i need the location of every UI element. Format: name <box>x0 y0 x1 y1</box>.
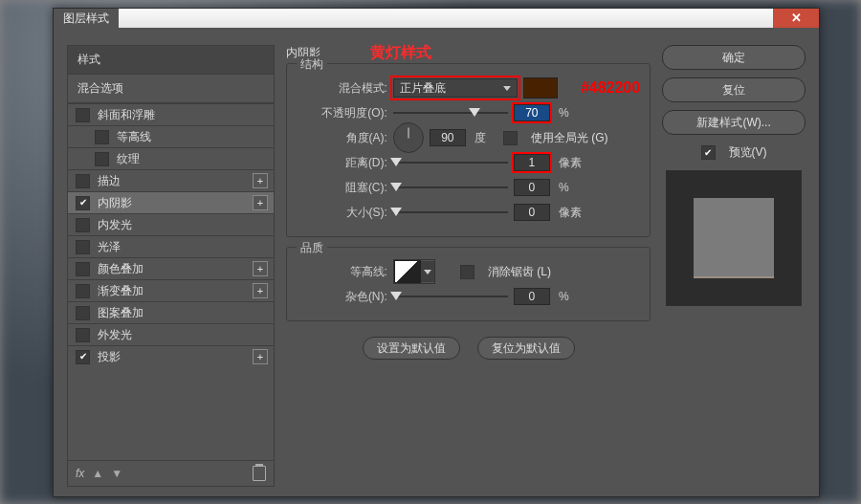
checkbox[interactable] <box>76 350 90 364</box>
new-style-button[interactable]: 新建样式(W)... <box>662 110 806 135</box>
sidebar-item-pattern-overlay[interactable]: 图案叠加 <box>68 301 274 323</box>
contour-picker[interactable] <box>393 259 435 284</box>
antialias-label: 消除锯齿 (L) <box>488 264 551 280</box>
size-input[interactable] <box>514 204 550 221</box>
add-effect-icon[interactable]: + <box>253 283 268 298</box>
reset-button[interactable]: 复位 <box>662 77 806 102</box>
checkbox[interactable] <box>76 328 90 342</box>
angle-input[interactable] <box>430 129 466 146</box>
blend-mode-dropdown[interactable]: 正片叠底 <box>393 78 518 98</box>
contour-swatch-icon <box>394 260 421 283</box>
move-down-icon[interactable]: ▼ <box>111 467 122 480</box>
checkbox[interactable] <box>76 284 90 298</box>
styles-header[interactable]: 样式 <box>68 46 274 75</box>
ok-button[interactable]: 确定 <box>662 45 806 70</box>
angle-dial[interactable] <box>393 122 424 153</box>
size-slider[interactable] <box>393 207 508 218</box>
chevron-down-icon <box>503 86 511 91</box>
opacity-input[interactable] <box>514 104 550 121</box>
color-swatch[interactable] <box>523 77 558 99</box>
angle-unit: 度 <box>475 130 486 146</box>
effects-list: 斜面和浮雕 等高线 纹理 描边 + <box>68 103 274 460</box>
sidebar-item-texture[interactable]: 纹理 <box>68 147 274 169</box>
checkbox[interactable] <box>76 218 90 232</box>
sidebar-item-inner-shadow[interactable]: 内阴影 + <box>68 191 274 213</box>
panel-heading: 内阴影 <box>286 45 651 61</box>
structure-group: 结构 混合模式: 正片叠底 #482200 不透明度(O): <box>286 63 651 237</box>
choke-unit: % <box>559 181 569 194</box>
opacity-unit: % <box>559 106 569 120</box>
sidebar-item-label: 渐变叠加 <box>98 283 253 299</box>
checkbox[interactable] <box>95 130 109 144</box>
sidebar-item-outer-glow[interactable]: 外发光 <box>68 323 274 345</box>
antialias-checkbox[interactable] <box>460 265 475 279</box>
choke-label: 阻塞(C): <box>297 180 387 196</box>
dialog-actions: 确定 复位 新建样式(W)... 预览(V) <box>662 45 806 487</box>
sidebar-item-label: 内阴影 <box>98 195 253 211</box>
add-effect-icon[interactable]: + <box>253 173 268 188</box>
noise-slider[interactable] <box>393 291 508 302</box>
distance-label: 距离(D): <box>297 155 387 171</box>
checkbox[interactable] <box>76 108 90 122</box>
sidebar-item-inner-glow[interactable]: 内发光 <box>68 213 274 235</box>
sidebar-item-label: 外发光 <box>98 327 268 343</box>
add-effect-icon[interactable]: + <box>253 195 268 210</box>
global-light-checkbox[interactable] <box>503 131 518 145</box>
make-default-button[interactable]: 设置为默认值 <box>363 337 460 360</box>
size-unit: 像素 <box>559 205 582 221</box>
checkbox[interactable] <box>76 306 90 320</box>
blend-mode-label: 混合模式: <box>297 80 387 97</box>
move-up-icon[interactable]: ▲ <box>92 467 103 480</box>
distance-slider[interactable] <box>393 157 508 168</box>
opacity-label: 不透明度(O): <box>297 105 387 121</box>
sidebar-item-stroke[interactable]: 描边 + <box>68 169 274 191</box>
sidebar-item-label: 等高线 <box>117 129 268 145</box>
sidebar-item-label: 投影 <box>98 349 253 365</box>
add-effect-icon[interactable]: + <box>253 261 268 276</box>
sidebar-item-contour[interactable]: 等高线 <box>68 125 274 147</box>
annotation-hex: #482200 <box>581 79 640 97</box>
opacity-slider[interactable] <box>393 107 508 119</box>
reset-to-default-button[interactable]: 复位为默认值 <box>477 337 575 360</box>
distance-input[interactable] <box>514 154 550 171</box>
titlebar[interactable]: 图层样式 ✕ <box>54 9 819 29</box>
sidebar-item-bevel[interactable]: 斜面和浮雕 <box>68 103 274 125</box>
blending-options-row[interactable]: 混合选项 <box>68 75 274 103</box>
checkbox[interactable] <box>76 240 90 254</box>
sidebar-item-satin[interactable]: 光泽 <box>68 235 274 257</box>
annotation-title: 黄灯样式 <box>370 43 431 63</box>
preview-thumbnail <box>694 198 774 278</box>
sidebar-item-label: 颜色叠加 <box>98 261 253 277</box>
inner-shadow-panel: 内阴影 黄灯样式 结构 混合模式: 正片叠底 #482200 不透 <box>286 45 651 487</box>
add-effect-icon[interactable]: + <box>253 349 268 364</box>
fx-menu-icon[interactable]: fx <box>76 467 84 480</box>
distance-unit: 像素 <box>559 155 582 171</box>
preview-box <box>666 170 802 306</box>
sidebar-item-gradient-overlay[interactable]: 渐变叠加 + <box>68 279 274 301</box>
checkbox[interactable] <box>76 262 90 276</box>
sidebar-item-drop-shadow[interactable]: 投影 + <box>68 345 274 367</box>
sidebar-item-label: 斜面和浮雕 <box>98 107 268 123</box>
blend-mode-value: 正片叠底 <box>400 80 503 97</box>
checkbox[interactable] <box>95 152 109 166</box>
sidebar-item-label: 内发光 <box>98 217 268 233</box>
noise-input[interactable] <box>514 288 550 305</box>
close-button[interactable]: ✕ <box>773 9 819 28</box>
checkbox[interactable] <box>76 196 90 210</box>
preview-checkbox[interactable] <box>701 145 716 160</box>
sidebar-item-label: 光泽 <box>98 239 268 255</box>
sidebar-footer: fx ▲ ▼ <box>68 460 274 486</box>
angle-label: 角度(A): <box>297 130 387 146</box>
size-label: 大小(S): <box>297 205 387 221</box>
choke-slider[interactable] <box>393 182 508 193</box>
styles-sidebar: 样式 混合选项 斜面和浮雕 等高线 纹理 <box>67 45 275 487</box>
preview-label: 预览(V) <box>729 144 767 161</box>
checkbox[interactable] <box>76 174 90 188</box>
sidebar-item-label: 纹理 <box>117 151 268 167</box>
sidebar-item-color-overlay[interactable]: 颜色叠加 + <box>68 257 274 279</box>
chevron-down-icon <box>424 270 431 274</box>
choke-input[interactable] <box>514 179 550 196</box>
trash-icon[interactable] <box>253 466 266 481</box>
quality-legend: 品质 <box>297 240 327 256</box>
contour-label: 等高线: <box>297 264 387 280</box>
